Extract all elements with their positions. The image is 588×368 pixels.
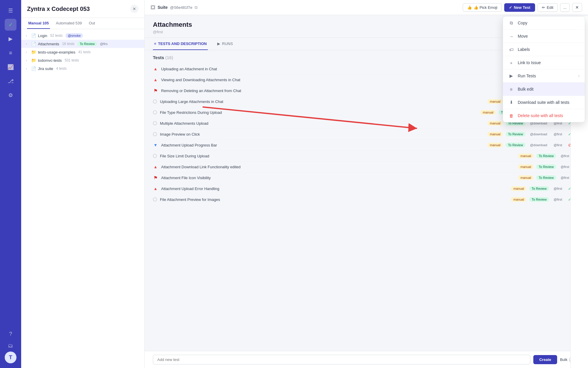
link-icon: + bbox=[508, 60, 514, 66]
test-item: ▲ Attachment Download Link Functionality… bbox=[153, 161, 580, 172]
chevron-icon: › bbox=[26, 34, 29, 37]
play-icon[interactable]: ▶ bbox=[5, 33, 16, 45]
run-icon: ▶ bbox=[508, 73, 514, 79]
first-tag: @first bbox=[552, 186, 564, 191]
dropdown-bulk-edit[interactable]: ≡ Bulk edit bbox=[503, 83, 585, 96]
review-tag: To Review bbox=[536, 175, 556, 180]
emoji-icon: 👍 bbox=[467, 5, 472, 10]
priority-high-icon: ▲ bbox=[153, 77, 158, 82]
file-icon: 📄 bbox=[31, 33, 36, 38]
new-test-button[interactable]: ✓ New Test bbox=[504, 3, 535, 12]
bulk-edit-label: Bulk edit bbox=[518, 87, 579, 91]
first-tag: @firs bbox=[100, 42, 108, 46]
tree-label: todomvc-tests bbox=[38, 58, 62, 63]
settings-icon[interactable]: ⚙ bbox=[5, 89, 16, 101]
tree-count: 531 tests bbox=[65, 58, 79, 62]
avatar-icon[interactable]: T bbox=[5, 352, 16, 363]
file-icon: 📄 bbox=[31, 66, 36, 71]
dropdown-copy[interactable]: ⧉ Copy bbox=[503, 16, 585, 30]
question-icon[interactable]: ? bbox=[5, 328, 16, 340]
move-label: Move bbox=[518, 34, 579, 39]
dropdown-run-tests[interactable]: ▶ Run Tests › bbox=[503, 69, 585, 83]
more-button[interactable]: ... bbox=[560, 3, 570, 12]
review-tag: To Review bbox=[506, 132, 525, 136]
tree-item-jira[interactable]: › 📄 Jira suite 4 tests bbox=[21, 64, 144, 73]
manual-tag: manual bbox=[518, 175, 533, 180]
link-issue-label: Link to Issue bbox=[518, 60, 579, 65]
tab-out[interactable]: Out bbox=[88, 18, 96, 29]
tree-label: tests-usage-examples bbox=[38, 50, 75, 54]
sidebar: ☰ ✓ ▶ ≡ 📈 ⎇ ⚙ ? 🗂 T bbox=[0, 0, 21, 368]
edit-label: Edit bbox=[547, 5, 553, 10]
tests-tab-icon: ≡ bbox=[154, 41, 156, 46]
tab-manual[interactable]: Manual 105 bbox=[27, 18, 50, 29]
check-icon[interactable]: ✓ bbox=[5, 19, 16, 31]
close-left-panel-button[interactable]: ✕ bbox=[130, 5, 138, 13]
project-title: Zyntra x Codecept 053 bbox=[27, 6, 90, 12]
priority-critical-icon: ⚑ bbox=[153, 175, 158, 180]
git-icon[interactable]: ⎇ bbox=[5, 75, 16, 87]
folder-icon: 📁 bbox=[31, 58, 36, 63]
pick-emoji-button[interactable]: 👍 👍 Pick Emoji bbox=[463, 3, 502, 12]
tree-count: 16 tests bbox=[62, 42, 74, 46]
test-name: File Type Restrictions During Upload bbox=[160, 110, 477, 115]
review-tag: To Review bbox=[536, 154, 556, 158]
add-test-input[interactable] bbox=[153, 355, 530, 364]
suite-label: Suite bbox=[158, 5, 168, 10]
move-icon: → bbox=[508, 33, 514, 39]
first-tag: @first bbox=[552, 132, 564, 136]
close-main-button[interactable]: ✕ bbox=[572, 3, 582, 12]
download-tag: @download bbox=[528, 143, 549, 147]
copy-suite-id-icon[interactable]: ⧉ bbox=[195, 5, 198, 10]
left-panel: Zyntra x Codecept 053 ✕ Manual 105 Autom… bbox=[21, 0, 145, 368]
header-actions: 👍 👍 Pick Emoji ✓ New Test ✏ Edit ... ✕ bbox=[463, 3, 582, 12]
menu-icon[interactable]: ☰ bbox=[5, 5, 16, 16]
test-item: Image Preview on Click manual To Review … bbox=[153, 129, 580, 140]
priority-circle-icon bbox=[153, 121, 157, 125]
test-name: File Size Limit During Upload bbox=[160, 154, 515, 158]
tree-label: Jira suite bbox=[38, 66, 53, 71]
manual-tag: manual bbox=[487, 132, 503, 136]
priority-circle-icon bbox=[153, 110, 157, 114]
list-icon[interactable]: ≡ bbox=[5, 47, 16, 59]
new-test-label: New Test bbox=[514, 5, 530, 10]
dropdown-link-issue[interactable]: + Link to Issue bbox=[503, 56, 585, 69]
review-tag: To Review bbox=[506, 143, 525, 147]
tab-automated[interactable]: Automated 539 bbox=[55, 18, 83, 29]
tests-count: (16) bbox=[165, 55, 173, 60]
runs-tab-label: RUNS bbox=[222, 41, 233, 46]
copy-icon: ⧉ bbox=[508, 20, 514, 26]
first-tag: @first bbox=[559, 164, 571, 169]
create-button[interactable]: Create bbox=[533, 355, 557, 364]
tab-tests-description[interactable]: ≡ TESTS AND DESCRIPTION bbox=[153, 38, 208, 50]
manual-tag: manual bbox=[487, 121, 503, 126]
tree-item-tests-usage[interactable]: › 📁 tests-usage-examples 41 tests bbox=[21, 48, 144, 56]
dropdown-move[interactable]: → Move bbox=[503, 30, 585, 43]
test-name: Multiple Attachments Upload bbox=[160, 121, 485, 126]
tree-item-todomvc[interactable]: › 📁 todomvc-tests 531 tests bbox=[21, 56, 144, 64]
bulk-label: Bulk bbox=[560, 357, 567, 362]
edit-button[interactable]: ✏ Edit bbox=[537, 3, 558, 12]
dropdown-download[interactable]: ⬇ Download suite with all tests bbox=[503, 96, 585, 109]
trending-icon[interactable]: 📈 bbox=[5, 61, 16, 73]
chevron-icon: › bbox=[26, 50, 29, 54]
test-name: File Attachment Preview for Images bbox=[160, 197, 508, 202]
download-icon: ⬇ bbox=[508, 99, 514, 105]
test-item: ▲ Attachment Upload Error Handling manua… bbox=[153, 183, 580, 194]
first-tag: @first bbox=[559, 175, 571, 180]
main-header: ☐ Suite @S6e481f7e ⧉ 👍 👍 Pick Emoji ✓ Ne… bbox=[145, 0, 588, 15]
test-name: Viewing and Downloading Attachments in C… bbox=[161, 78, 508, 82]
tab-runs[interactable]: ▶ RUNS bbox=[216, 38, 234, 50]
tree-item-attachments[interactable]: › 📄 Attachments 16 tests To Review @firs bbox=[21, 40, 144, 48]
dropdown-delete[interactable]: 🗑 Delete suite with all tests bbox=[503, 109, 585, 122]
test-name: Attachment File Icon Visibility bbox=[161, 176, 515, 180]
priority-critical-icon: ⚑ bbox=[153, 88, 158, 93]
folder-icon[interactable]: 🗂 bbox=[5, 340, 16, 352]
dropdown-menu: ⧉ Copy → Move 🏷 Labels + Link to Issue ▶… bbox=[503, 16, 585, 122]
tree-item-login[interactable]: › 📄 Login 52 tests @smoke bbox=[21, 31, 144, 40]
edit-icon: ✏ bbox=[542, 5, 545, 10]
dropdown-labels[interactable]: 🏷 Labels bbox=[503, 43, 585, 56]
suite-checkbox[interactable]: ☐ bbox=[151, 5, 155, 10]
manual-tag: manual bbox=[480, 110, 496, 115]
main-content: ☐ Suite @S6e481f7e ⧉ 👍 👍 Pick Emoji ✓ Ne… bbox=[145, 0, 588, 368]
